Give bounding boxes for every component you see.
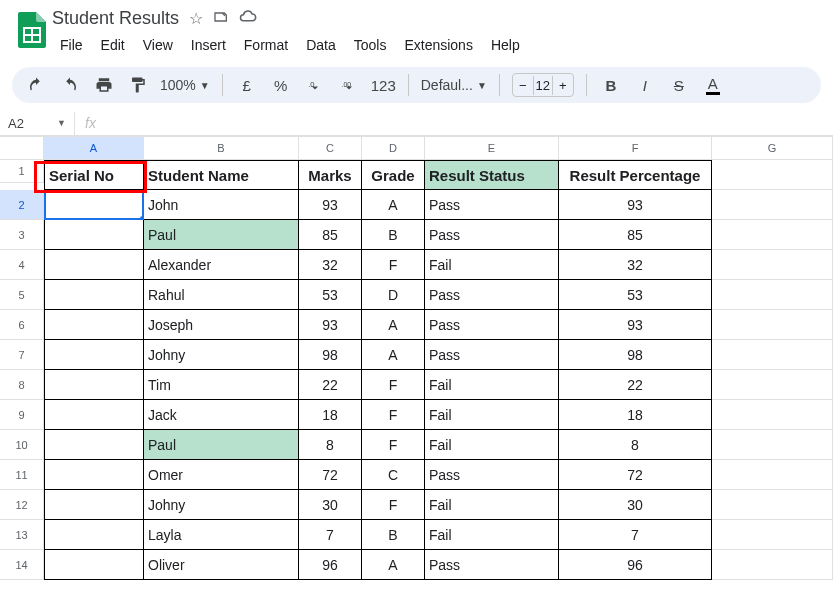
- cell-f2[interactable]: 93: [559, 190, 712, 220]
- cell-c8[interactable]: 22: [299, 370, 362, 400]
- cell-a5[interactable]: [44, 280, 144, 310]
- cell-e10[interactable]: Fail: [425, 430, 559, 460]
- text-color-button[interactable]: A: [701, 73, 725, 97]
- increase-decimal-button[interactable]: .00: [337, 73, 361, 97]
- row-header-14[interactable]: 14: [0, 550, 44, 580]
- cell-g9[interactable]: [712, 400, 833, 430]
- cell-c11[interactable]: 72: [299, 460, 362, 490]
- cell-c12[interactable]: 30: [299, 490, 362, 520]
- sheets-logo-icon[interactable]: [12, 10, 52, 50]
- cell-f10[interactable]: 8: [559, 430, 712, 460]
- cell-b12[interactable]: Johny: [144, 490, 299, 520]
- cell-e8[interactable]: Fail: [425, 370, 559, 400]
- cell-e4[interactable]: Fail: [425, 250, 559, 280]
- cell-b10[interactable]: Paul: [144, 430, 299, 460]
- zoom-select[interactable]: 100%▼: [160, 77, 210, 93]
- cell-b3[interactable]: Paul: [144, 220, 299, 250]
- row-header-6[interactable]: 6: [0, 310, 44, 340]
- row-header-7[interactable]: 7: [0, 340, 44, 370]
- cell-b8[interactable]: Tim: [144, 370, 299, 400]
- cell-a6[interactable]: [44, 310, 144, 340]
- cell-b13[interactable]: Layla: [144, 520, 299, 550]
- col-header-G[interactable]: G: [712, 137, 833, 160]
- cell-e6[interactable]: Pass: [425, 310, 559, 340]
- cell-g13[interactable]: [712, 520, 833, 550]
- menu-item-file[interactable]: File: [52, 33, 91, 57]
- menu-item-help[interactable]: Help: [483, 33, 528, 57]
- cell-g3[interactable]: [712, 220, 833, 250]
- cell-e11[interactable]: Pass: [425, 460, 559, 490]
- cell-a14[interactable]: [44, 550, 144, 580]
- font-select[interactable]: Defaul...▼: [421, 77, 487, 93]
- select-all-corner[interactable]: [0, 137, 44, 160]
- col-header-A[interactable]: A: [44, 137, 144, 160]
- name-box[interactable]: A2▼: [0, 112, 75, 135]
- cell-c13[interactable]: 7: [299, 520, 362, 550]
- font-size-value[interactable]: 12: [533, 76, 553, 95]
- cell-a3[interactable]: [44, 220, 144, 250]
- doc-title[interactable]: Student Results: [52, 8, 179, 29]
- paint-format-button[interactable]: [126, 73, 150, 97]
- row-header-1[interactable]: 1: [0, 160, 44, 183]
- menu-item-format[interactable]: Format: [236, 33, 296, 57]
- cloud-icon[interactable]: [239, 10, 257, 28]
- menu-item-insert[interactable]: Insert: [183, 33, 234, 57]
- cell-d5[interactable]: D: [362, 280, 425, 310]
- cell-b2[interactable]: John: [144, 190, 299, 220]
- cell-e1[interactable]: Result Status: [425, 160, 559, 190]
- cell-d2[interactable]: A: [362, 190, 425, 220]
- cell-e7[interactable]: Pass: [425, 340, 559, 370]
- col-header-D[interactable]: D: [362, 137, 425, 160]
- cell-f13[interactable]: 7: [559, 520, 712, 550]
- cell-g12[interactable]: [712, 490, 833, 520]
- row-header-4[interactable]: 4: [0, 250, 44, 280]
- menu-item-extensions[interactable]: Extensions: [396, 33, 480, 57]
- font-size-control[interactable]: − 12 +: [512, 73, 574, 97]
- cell-e12[interactable]: Fail: [425, 490, 559, 520]
- cell-a1[interactable]: Serial No: [44, 160, 144, 190]
- cell-g7[interactable]: [712, 340, 833, 370]
- cell-g8[interactable]: [712, 370, 833, 400]
- cell-b1[interactable]: Student Name: [144, 160, 299, 190]
- currency-button[interactable]: £: [235, 73, 259, 97]
- cell-f3[interactable]: 85: [559, 220, 712, 250]
- row-header-9[interactable]: 9: [0, 400, 44, 430]
- italic-button[interactable]: I: [633, 73, 657, 97]
- col-header-B[interactable]: B: [144, 137, 299, 160]
- cell-b11[interactable]: Omer: [144, 460, 299, 490]
- increase-size-button[interactable]: +: [553, 78, 573, 93]
- cell-c3[interactable]: 85: [299, 220, 362, 250]
- percent-button[interactable]: %: [269, 73, 293, 97]
- cell-a12[interactable]: [44, 490, 144, 520]
- cell-g1[interactable]: [712, 160, 833, 190]
- cell-c7[interactable]: 98: [299, 340, 362, 370]
- formula-input[interactable]: [106, 111, 833, 135]
- move-icon[interactable]: [213, 9, 229, 29]
- cell-f8[interactable]: 22: [559, 370, 712, 400]
- cell-a4[interactable]: [44, 250, 144, 280]
- cell-e13[interactable]: Fail: [425, 520, 559, 550]
- row-header-3[interactable]: 3: [0, 220, 44, 250]
- number-format-button[interactable]: 123: [371, 73, 396, 97]
- decrease-size-button[interactable]: −: [513, 78, 533, 93]
- cell-f14[interactable]: 96: [559, 550, 712, 580]
- col-header-C[interactable]: C: [299, 137, 362, 160]
- cell-e3[interactable]: Pass: [425, 220, 559, 250]
- row-header-2[interactable]: 2: [0, 190, 44, 220]
- strike-button[interactable]: S: [667, 73, 691, 97]
- cell-d6[interactable]: A: [362, 310, 425, 340]
- cell-b6[interactable]: Joseph: [144, 310, 299, 340]
- row-header-10[interactable]: 10: [0, 430, 44, 460]
- decrease-decimal-button[interactable]: .0: [303, 73, 327, 97]
- cell-c5[interactable]: 53: [299, 280, 362, 310]
- cell-f5[interactable]: 53: [559, 280, 712, 310]
- cell-e5[interactable]: Pass: [425, 280, 559, 310]
- star-icon[interactable]: ☆: [189, 9, 203, 28]
- menu-item-view[interactable]: View: [135, 33, 181, 57]
- cell-f1[interactable]: Result Percentage: [559, 160, 712, 190]
- cell-c2[interactable]: 93: [299, 190, 362, 220]
- cell-d13[interactable]: B: [362, 520, 425, 550]
- cell-g11[interactable]: [712, 460, 833, 490]
- col-header-E[interactable]: E: [425, 137, 559, 160]
- cell-e9[interactable]: Fail: [425, 400, 559, 430]
